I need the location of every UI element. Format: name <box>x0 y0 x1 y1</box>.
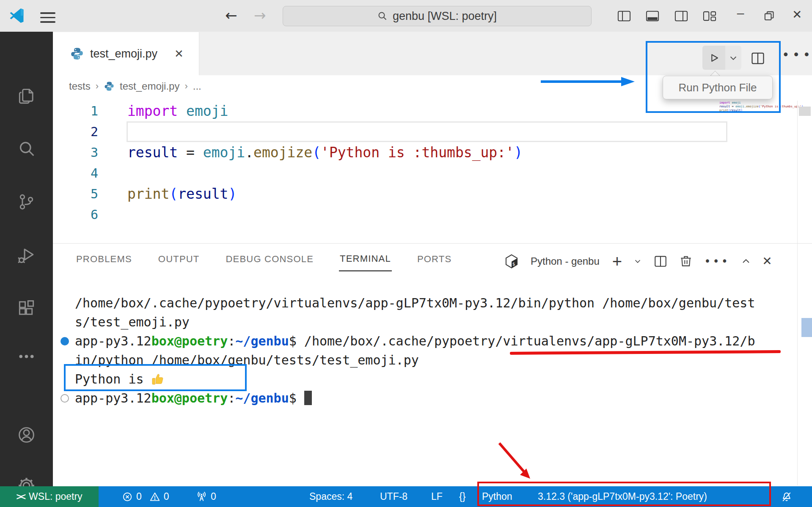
more-actions-icon[interactable] <box>17 351 36 362</box>
code-line[interactable]: 5print(result) <box>53 184 798 204</box>
search-icon <box>377 11 388 21</box>
terminal-text: /home/box/.cache/pypoetry/virtualenvs/ap… <box>75 296 755 310</box>
minimize-icon[interactable]: – <box>733 6 748 20</box>
line-number: 3 <box>53 145 98 160</box>
panel-tab-terminal[interactable]: TERMINAL <box>339 247 392 271</box>
problems-indicator[interactable]: 0 0 <box>122 486 169 507</box>
toggle-secondary-sidebar-icon[interactable] <box>674 8 689 24</box>
source-control-icon[interactable] <box>17 192 36 212</box>
run-tooltip: Run Python File <box>663 76 773 99</box>
code-lines: 1import emoji23result = emoji.emojize('P… <box>53 101 798 225</box>
vscode-window: ← → genbu [WSL: poetry] – ✕ <box>0 0 812 507</box>
maximize-panel-icon[interactable] <box>741 256 751 266</box>
line-number: 5 <box>53 186 98 201</box>
activity-bar: 1 <box>0 32 53 486</box>
code-line[interactable]: 6 <box>53 204 798 225</box>
chevron-right-icon: › <box>96 81 99 92</box>
line-number: 1 <box>53 104 98 118</box>
back-arrow-icon[interactable]: ← <box>225 8 237 23</box>
warning-count: 0 <box>164 491 169 502</box>
close-window-icon[interactable]: ✕ <box>792 8 802 22</box>
command-pending-dot-icon <box>61 394 69 403</box>
tab-close-icon[interactable]: ✕ <box>174 47 184 60</box>
radio-tower-icon <box>196 491 207 502</box>
error-icon <box>122 491 133 502</box>
breadcrumb-folder[interactable]: tests <box>69 80 91 92</box>
search-sidebar-icon[interactable] <box>17 139 36 159</box>
terminal-scrollbar-thumb[interactable] <box>801 318 812 337</box>
terminal-text: app-py3.12box@poetry:~/genbu$ /home/box/… <box>75 334 755 348</box>
account-icon[interactable] <box>17 425 36 445</box>
python-file-icon <box>104 81 115 92</box>
code-line[interactable]: 4 <box>53 163 798 184</box>
close-panel-icon[interactable]: ✕ <box>762 254 772 268</box>
breadcrumb-file[interactable]: test_emoji.py <box>120 80 179 92</box>
ports-count: 0 <box>211 491 216 502</box>
customize-layout-icon[interactable] <box>702 8 717 24</box>
code-text: print(result) <box>127 186 237 202</box>
panel-more-actions-icon[interactable]: ••• <box>704 255 730 268</box>
toggle-panel-icon[interactable] <box>645 8 660 24</box>
encoding-indicator[interactable]: UTF-8 <box>380 486 407 507</box>
remote-indicator[interactable]: >< WSL: poetry <box>0 486 99 507</box>
new-terminal-icon[interactable]: + <box>612 253 622 270</box>
terminal-gutter <box>61 337 75 345</box>
editor-more-actions-icon[interactable]: ••• <box>782 47 812 62</box>
annotation-red-arrow <box>493 440 539 482</box>
notifications-indicator[interactable] <box>781 486 793 507</box>
scrollbar-divider <box>797 101 798 485</box>
python-file-icon <box>70 47 84 61</box>
language-braces-icon[interactable]: {} <box>459 486 465 507</box>
tooltip-label: Run Python File <box>679 81 757 94</box>
explorer-icon[interactable] <box>17 86 36 106</box>
split-terminal-icon[interactable] <box>653 254 668 269</box>
line-number: 2 <box>53 124 98 139</box>
panel-border <box>53 243 812 244</box>
eol-indicator[interactable]: LF <box>431 486 443 507</box>
indentation-indicator[interactable]: Spaces: 4 <box>309 486 352 507</box>
command-center-search[interactable]: genbu [WSL: poetry] <box>283 6 592 26</box>
error-count: 0 <box>136 491 142 502</box>
breadcrumb-symbol[interactable]: ... <box>193 80 201 92</box>
panel-tab-bar: PROBLEMSOUTPUTDEBUG CONSOLETERMINALPORTS <box>75 244 452 274</box>
kill-terminal-trash-icon[interactable] <box>679 254 693 269</box>
svg-text:$: $ <box>512 261 515 266</box>
line-number: 6 <box>53 207 98 222</box>
terminal-session-label[interactable]: Python - genbu <box>531 255 600 267</box>
forward-arrow-icon: → <box>254 8 266 23</box>
tab-label: test_emoji.py <box>90 47 157 60</box>
menu-icon[interactable] <box>40 9 55 26</box>
terminal-dropdown-icon[interactable] <box>633 257 642 266</box>
panel-tab-output[interactable]: OUTPUT <box>157 248 201 271</box>
vscode-logo-icon <box>8 7 25 24</box>
panel-tab-ports[interactable]: PORTS <box>416 248 452 271</box>
terminal-line: /home/box/.cache/pypoetry/virtualenvs/ap… <box>61 293 755 312</box>
run-debug-icon[interactable] <box>17 245 36 265</box>
remote-icon: >< <box>16 491 25 502</box>
terminal-toolbar: $ Python - genbu + ••• ✕ <box>504 249 772 273</box>
annotation-terminal-output-box <box>64 364 247 391</box>
panel-tab-problems[interactable]: PROBLEMS <box>75 248 133 271</box>
annotation-interpreter-box <box>477 482 771 506</box>
tab-test-emoji[interactable]: test_emoji.py ✕ <box>53 32 199 75</box>
forwarded-ports-indicator[interactable]: 0 <box>196 486 216 507</box>
terminal-text: app-py3.12box@poetry:~/genbu$ <box>75 391 312 406</box>
shell-terminal-icon: $ <box>504 253 520 269</box>
code-line[interactable]: 2 <box>53 121 798 142</box>
warning-icon <box>149 491 160 502</box>
search-text: genbu [WSL: poetry] <box>393 10 497 23</box>
title-bar: ← → genbu [WSL: poetry] – ✕ <box>0 0 812 32</box>
editor-scrollbar-thumb[interactable] <box>799 107 811 116</box>
toggle-sidebar-icon[interactable] <box>617 8 632 24</box>
extensions-icon[interactable] <box>17 298 36 318</box>
terminal-gutter <box>61 394 75 403</box>
terminal-cursor <box>304 391 312 405</box>
remote-label: WSL: poetry <box>29 491 83 502</box>
chevron-right-icon: › <box>184 81 187 92</box>
terminal-text: s/test_emoji.py <box>75 315 190 329</box>
breadcrumb: tests › test_emoji.py › ... <box>69 79 201 94</box>
code-text: result = emoji.emojize('Python is :thumb… <box>127 144 523 161</box>
restore-icon[interactable] <box>762 8 777 24</box>
code-line[interactable]: 3result = emoji.emojize('Python is :thum… <box>53 142 798 163</box>
panel-tab-debug-console[interactable]: DEBUG CONSOLE <box>225 248 315 271</box>
